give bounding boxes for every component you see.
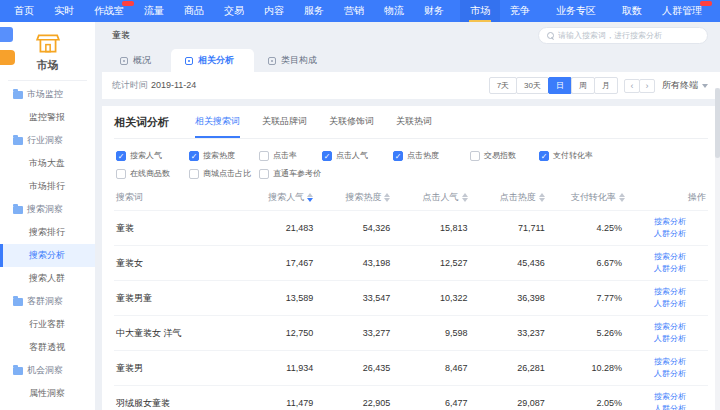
nav-item[interactable]: 物流 bbox=[374, 0, 414, 22]
sidebar-item[interactable]: 产品洞察 bbox=[0, 405, 95, 410]
column-header[interactable]: 搜索热度 bbox=[339, 185, 416, 211]
nav-item[interactable]: 竞争 bbox=[500, 0, 540, 22]
nav-item[interactable]: 人群管理 bbox=[652, 0, 712, 22]
metric-checkbox-item[interactable]: 交易指数 bbox=[470, 150, 539, 161]
action-link[interactable]: 人群分析 bbox=[654, 368, 708, 380]
sidebar-item[interactable]: 行业客群 bbox=[0, 313, 95, 336]
nav-item[interactable]: 交易 bbox=[214, 0, 254, 22]
action-link[interactable]: 搜索分析 bbox=[654, 391, 708, 403]
action-link[interactable]: 搜索分析 bbox=[654, 216, 708, 228]
panel-tab[interactable]: 关联修饰词 bbox=[329, 115, 374, 138]
checkbox[interactable]: ✓ bbox=[116, 151, 126, 161]
keyword-search[interactable] bbox=[538, 27, 708, 44]
sidebar-group[interactable]: 机会洞察 bbox=[0, 359, 95, 382]
nav-item[interactable]: 作战室 bbox=[84, 0, 134, 22]
page-scrollbar[interactable] bbox=[715, 88, 720, 410]
sidebar-item[interactable]: 搜索人群 bbox=[0, 267, 95, 290]
next-date-button[interactable]: › bbox=[639, 79, 655, 93]
nav-item[interactable]: 内容 bbox=[254, 0, 294, 22]
checkbox[interactable] bbox=[259, 169, 269, 179]
value-cell: 7.77% bbox=[571, 281, 648, 316]
metric-label: 搜索热度 bbox=[203, 150, 235, 161]
panel-tab[interactable]: 关联热词 bbox=[396, 115, 432, 138]
metric-checkbox-item[interactable]: 点击率 bbox=[259, 150, 322, 161]
nav-item[interactable]: 业务专区 bbox=[546, 0, 606, 22]
nav-item[interactable]: 服务 bbox=[294, 0, 334, 22]
helper-orange-icon[interactable] bbox=[0, 50, 15, 65]
metric-checkbox-item[interactable]: ✓点击热度 bbox=[393, 150, 470, 161]
checkbox[interactable] bbox=[189, 169, 199, 179]
checkbox[interactable]: ✓ bbox=[539, 151, 549, 161]
action-link[interactable]: 人群分析 bbox=[654, 403, 708, 410]
metric-checkbox-item[interactable]: 直通车参考价 bbox=[259, 168, 322, 179]
range-button[interactable]: 7天 bbox=[489, 77, 517, 94]
metric-checkbox-item[interactable]: ✓点击人气 bbox=[322, 150, 393, 161]
sidebar-group[interactable]: 行业洞察 bbox=[0, 129, 95, 152]
action-link[interactable]: 人群分析 bbox=[654, 228, 708, 240]
scrollbar-thumb[interactable] bbox=[715, 88, 720, 158]
nav-item[interactable]: 商品 bbox=[174, 0, 214, 22]
checkbox[interactable] bbox=[470, 151, 480, 161]
nav-item[interactable]: 学院 bbox=[712, 0, 720, 22]
column-header[interactable]: 搜索人气 bbox=[262, 185, 339, 211]
sidebar-item[interactable]: 客群透视 bbox=[0, 336, 95, 359]
nav-item[interactable]: 流量 bbox=[134, 0, 174, 22]
sidebar-item[interactable]: 市场大盘 bbox=[0, 152, 95, 175]
metric-checkbox-item[interactable]: 在线商品数 bbox=[116, 168, 189, 179]
range-button[interactable]: 月 bbox=[594, 77, 618, 94]
checkbox[interactable]: ✓ bbox=[393, 151, 403, 161]
folder-icon bbox=[13, 206, 23, 214]
nav-item[interactable]: 营销 bbox=[334, 0, 374, 22]
action-link[interactable]: 搜索分析 bbox=[654, 321, 708, 333]
sort-up-icon bbox=[539, 193, 545, 197]
range-button[interactable]: 日 bbox=[548, 77, 572, 94]
checkbox[interactable] bbox=[116, 169, 126, 179]
sidebar-item[interactable]: 搜索排行 bbox=[0, 221, 95, 244]
metric-checkbox-item[interactable]: 商城点击占比 bbox=[189, 168, 259, 179]
sidebar-group[interactable]: 客群洞察 bbox=[0, 290, 95, 313]
action-link[interactable]: 人群分析 bbox=[654, 263, 708, 275]
sort-icon[interactable] bbox=[307, 193, 313, 202]
prev-date-button[interactable]: ‹ bbox=[624, 79, 640, 93]
column-header[interactable]: 点击热度 bbox=[494, 185, 571, 211]
action-link[interactable]: 搜索分析 bbox=[654, 251, 708, 263]
metric-checkbox-item[interactable]: ✓搜索热度 bbox=[189, 150, 259, 161]
sidebar-item[interactable]: 属性洞察 bbox=[0, 382, 95, 405]
content-tab[interactable]: 概况 bbox=[106, 49, 171, 72]
action-link[interactable]: 搜索分析 bbox=[654, 286, 708, 298]
value-cell: 33,277 bbox=[339, 316, 416, 351]
metric-checkbox-item[interactable]: ✓搜索人气 bbox=[116, 150, 189, 161]
action-link[interactable]: 人群分析 bbox=[654, 298, 708, 310]
sidebar-item[interactable]: 搜索分析 bbox=[0, 244, 95, 267]
sort-icon[interactable] bbox=[384, 193, 390, 202]
action-link[interactable]: 搜索分析 bbox=[654, 356, 708, 368]
sort-icon[interactable] bbox=[462, 193, 468, 202]
nav-item[interactable]: 取数 bbox=[612, 0, 652, 22]
terminal-filter-dropdown[interactable]: 所有终端 bbox=[662, 79, 708, 92]
range-button[interactable]: 周 bbox=[571, 77, 595, 94]
content-tab[interactable]: 相关分析 bbox=[171, 49, 254, 72]
column-header[interactable]: 支付转化率 bbox=[571, 185, 648, 211]
sidebar-item[interactable]: 监控警报 bbox=[0, 106, 95, 129]
sort-icon[interactable] bbox=[619, 193, 625, 202]
range-button[interactable]: 30天 bbox=[516, 77, 549, 94]
checkbox[interactable]: ✓ bbox=[322, 151, 332, 161]
search-input[interactable] bbox=[558, 31, 699, 40]
nav-item[interactable]: 首页 bbox=[4, 0, 44, 22]
nav-item[interactable]: 财务 bbox=[414, 0, 454, 22]
panel-tab[interactable]: 关联品牌词 bbox=[262, 115, 307, 138]
panel-tab[interactable]: 相关搜索词 bbox=[195, 115, 240, 138]
checkbox[interactable]: ✓ bbox=[189, 151, 199, 161]
column-header[interactable]: 点击人气 bbox=[416, 185, 493, 211]
nav-item[interactable]: 市场 bbox=[460, 0, 500, 22]
quick-launch-blue-icon[interactable] bbox=[0, 27, 13, 42]
sidebar-group[interactable]: 搜索洞察 bbox=[0, 198, 95, 221]
checkbox[interactable] bbox=[259, 151, 269, 161]
nav-item[interactable]: 实时 bbox=[44, 0, 84, 22]
action-link[interactable]: 人群分析 bbox=[654, 333, 708, 345]
metric-checkbox-item[interactable]: ✓支付转化率 bbox=[539, 150, 708, 161]
content-tab[interactable]: 类目构成 bbox=[254, 49, 337, 72]
sidebar-item[interactable]: 市场排行 bbox=[0, 175, 95, 198]
sidebar-group[interactable]: 市场监控 bbox=[0, 83, 95, 106]
sort-icon[interactable] bbox=[539, 193, 545, 202]
